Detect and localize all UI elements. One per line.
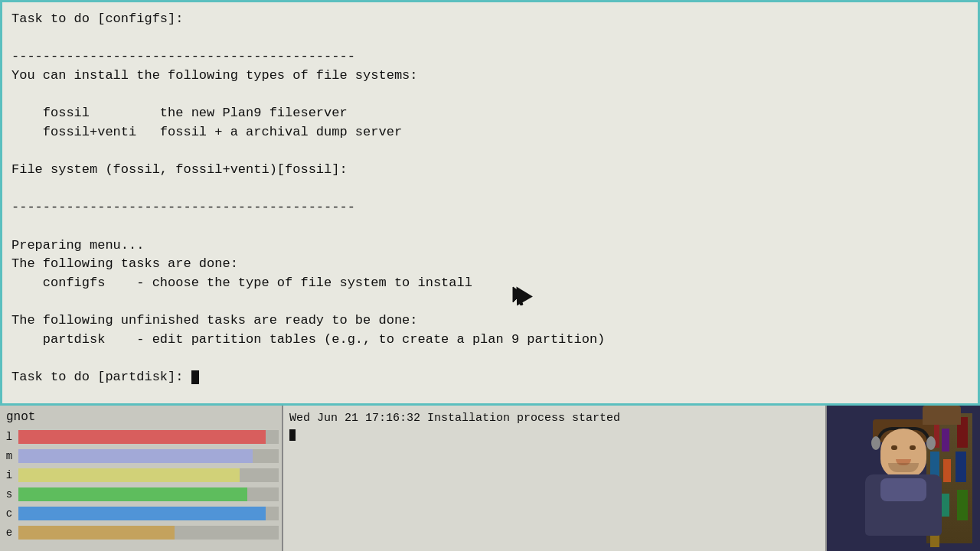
gnot-row-label: c — [3, 507, 15, 520]
terminal-content: Task to do [configfs]: -----------------… — [11, 10, 969, 387]
book-6 — [943, 459, 951, 482]
gnot-bar — [18, 526, 175, 540]
gnot-row-label: i — [3, 469, 15, 481]
left-eye — [891, 445, 897, 450]
shirt-collar — [880, 478, 926, 501]
book-5 — [942, 429, 949, 452]
gnot-row: s — [3, 486, 279, 503]
gnot-bar — [18, 468, 240, 482]
gnot-row-label: e — [3, 527, 15, 539]
gnot-row: c — [3, 505, 279, 522]
gnot-bar — [18, 449, 253, 463]
person-head — [880, 429, 926, 478]
person-hat-top — [923, 406, 961, 425]
book-10 — [957, 490, 968, 520]
gnot-bar-container — [18, 468, 279, 482]
log-content: Wed Jun 21 17:16:32 Installation process… — [289, 412, 620, 425]
webcam-panel — [827, 406, 980, 551]
gnot-row: m — [3, 448, 279, 465]
gnot-bar-container — [18, 526, 279, 540]
gnot-rows: lmisce — [3, 429, 279, 541]
headphone-ear-left — [871, 436, 880, 450]
gnot-bar-container — [18, 430, 279, 444]
log-cursor — [289, 429, 296, 441]
gnot-bar-container — [18, 507, 279, 520]
gnot-row: l — [3, 429, 279, 445]
terminal-window: Task to do [configfs]: -----------------… — [0, 0, 980, 406]
gnot-row: i — [3, 467, 279, 484]
gnot-title: gnot — [3, 409, 279, 425]
gnot-bar-container — [18, 449, 279, 463]
webcam-person — [835, 413, 972, 543]
gnot-bar-container — [18, 487, 279, 501]
gnot-bar — [18, 507, 266, 520]
beard — [888, 463, 919, 472]
book-7 — [942, 494, 949, 517]
book-9 — [956, 452, 966, 482]
gnot-row-label: l — [3, 431, 15, 443]
gnot-panel: gnot lmisce — [0, 406, 283, 551]
person-body — [865, 474, 942, 536]
bottom-bar: gnot lmisce Wed Jun 21 17:16:32 Installa… — [0, 406, 980, 551]
gnot-row-label: m — [3, 450, 15, 462]
log-panel: Wed Jun 21 17:16:32 Installation process… — [283, 406, 827, 551]
gnot-row: e — [3, 524, 279, 541]
right-eye — [910, 445, 916, 450]
gnot-bar — [18, 487, 247, 501]
gnot-row-label: s — [3, 488, 15, 500]
log-text: Wed Jun 21 17:16:32 Installation process… — [289, 410, 819, 442]
headphone-ear-right — [926, 436, 936, 450]
gnot-bar — [18, 430, 266, 444]
